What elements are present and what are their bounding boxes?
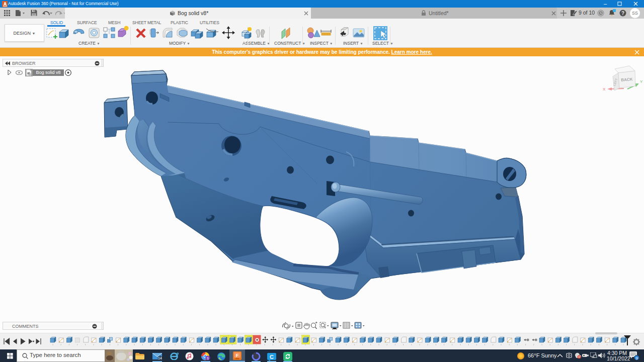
svg-text:BACK: BACK (621, 77, 633, 82)
svg-text:9: 9 (635, 356, 638, 360)
svg-text:X: X (603, 87, 606, 92)
svg-text:F: F (236, 353, 239, 358)
svg-text:S: S (207, 356, 209, 360)
svg-text:?: ? (621, 11, 624, 16)
svg-text:Y: Y (640, 79, 643, 84)
svg-text:14: 14 (158, 356, 162, 359)
svg-text:C: C (270, 354, 274, 360)
